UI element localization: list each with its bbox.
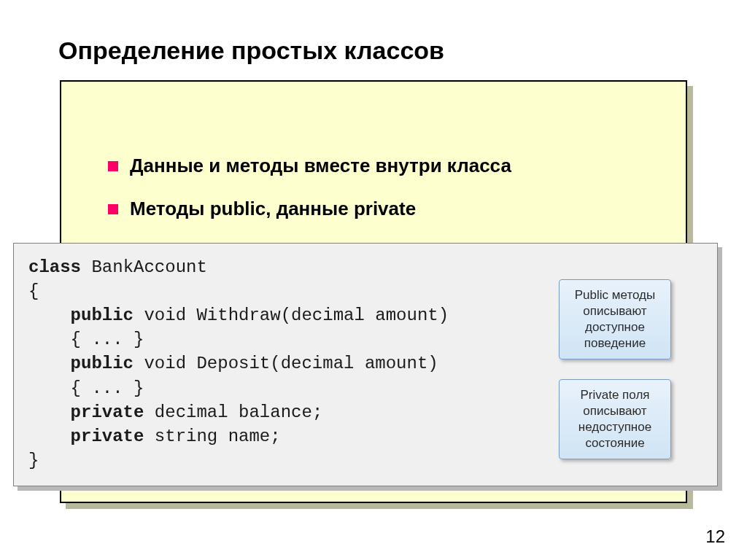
bullet-icon xyxy=(108,161,118,171)
list-item: Данные и методы вместе внутри класса xyxy=(108,155,662,177)
bullet-text: Данные и методы вместе внутри класса xyxy=(130,155,511,177)
bullet-icon xyxy=(108,204,118,214)
list-item: Методы public, данные private xyxy=(108,198,662,220)
slide: Определение простых классов Данные и мет… xyxy=(0,0,747,560)
slide-title: Определение простых классов xyxy=(58,36,444,65)
page-number: 12 xyxy=(705,526,725,547)
callout-public: Public методы описывают доступное поведе… xyxy=(559,279,671,359)
bullet-list: Данные и методы вместе внутри класса Мет… xyxy=(108,155,662,241)
callout-private: Private поля описывают недоступное состо… xyxy=(559,379,671,459)
bullet-text: Методы public, данные private xyxy=(130,198,416,220)
